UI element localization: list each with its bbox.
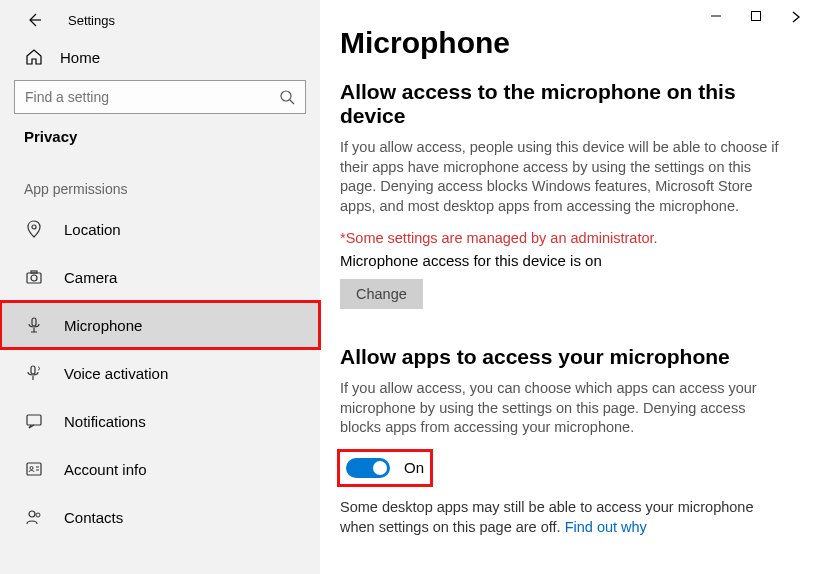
toggle-label: On	[404, 459, 424, 476]
search-field[interactable]	[25, 89, 279, 105]
svg-point-0	[281, 91, 291, 101]
search-container	[0, 80, 320, 128]
expand-icon[interactable]	[790, 10, 802, 24]
svg-rect-4	[31, 271, 37, 273]
sidebar-item-voice-activation[interactable]: Voice activation	[0, 349, 320, 397]
section-description: If you allow access, you can choose whic…	[340, 379, 780, 438]
svg-point-9	[30, 467, 33, 470]
page-title: Microphone	[340, 26, 786, 60]
svg-point-3	[31, 275, 37, 281]
section-description: If you allow access, people using this d…	[340, 138, 780, 216]
window-title: Settings	[68, 13, 115, 28]
svg-rect-6	[31, 366, 35, 374]
titlebar: Settings	[0, 0, 320, 38]
footer-note: Some desktop apps may still be able to a…	[340, 498, 780, 537]
sidebar-item-label: Contacts	[64, 509, 123, 526]
account-info-icon	[24, 460, 44, 478]
sidebar-item-label: Notifications	[64, 413, 146, 430]
sidebar-item-label: Account info	[64, 461, 147, 478]
maximize-icon[interactable]	[750, 10, 762, 24]
sidebar-item-label: Microphone	[64, 317, 142, 334]
location-icon	[24, 220, 44, 238]
svg-point-11	[36, 513, 40, 517]
sidebar-item-account-info[interactable]: Account info	[0, 445, 320, 493]
search-icon	[279, 89, 295, 105]
nav-home[interactable]: Home	[0, 38, 320, 80]
back-icon[interactable]	[24, 12, 44, 28]
toggle-knob	[373, 461, 387, 475]
app-access-toggle[interactable]	[346, 458, 390, 478]
sidebar-item-microphone[interactable]: Microphone	[0, 301, 320, 349]
home-icon	[24, 48, 44, 66]
admin-note: *Some settings are managed by an adminis…	[340, 230, 786, 246]
minimize-icon[interactable]	[710, 10, 722, 24]
section-heading-device-access: Allow access to the microphone on this d…	[340, 80, 786, 128]
microphone-icon	[24, 316, 44, 334]
svg-point-10	[29, 511, 35, 517]
section-heading-app-access: Allow apps to access your microphone	[340, 345, 786, 369]
sidebar-item-notifications[interactable]: Notifications	[0, 397, 320, 445]
change-button[interactable]: Change	[340, 279, 423, 309]
group-label: App permissions	[0, 163, 320, 205]
device-access-status: Microphone access for this device is on	[340, 252, 786, 269]
svg-rect-12	[752, 12, 761, 21]
nav-home-label: Home	[60, 49, 100, 66]
search-input[interactable]	[14, 80, 306, 114]
app-access-toggle-row: On	[340, 452, 430, 484]
svg-point-1	[32, 225, 36, 229]
svg-rect-7	[27, 415, 41, 425]
camera-icon	[24, 268, 44, 286]
window-controls	[710, 10, 802, 24]
voice-activation-icon	[24, 364, 44, 382]
sidebar-item-camera[interactable]: Camera	[0, 253, 320, 301]
category-label: Privacy	[0, 128, 320, 163]
contacts-icon	[24, 508, 44, 526]
sidebar-item-label: Location	[64, 221, 121, 238]
find-out-why-link[interactable]: Find out why	[565, 519, 647, 535]
sidebar: Settings Home Privacy App permissions Lo…	[0, 0, 320, 574]
sidebar-item-contacts[interactable]: Contacts	[0, 493, 320, 541]
content-pane: Microphone Allow access to the microphon…	[320, 0, 816, 574]
sidebar-item-label: Voice activation	[64, 365, 168, 382]
sidebar-item-location[interactable]: Location	[0, 205, 320, 253]
sidebar-item-label: Camera	[64, 269, 117, 286]
svg-rect-8	[27, 463, 41, 475]
notifications-icon	[24, 412, 44, 430]
svg-rect-5	[32, 318, 36, 326]
